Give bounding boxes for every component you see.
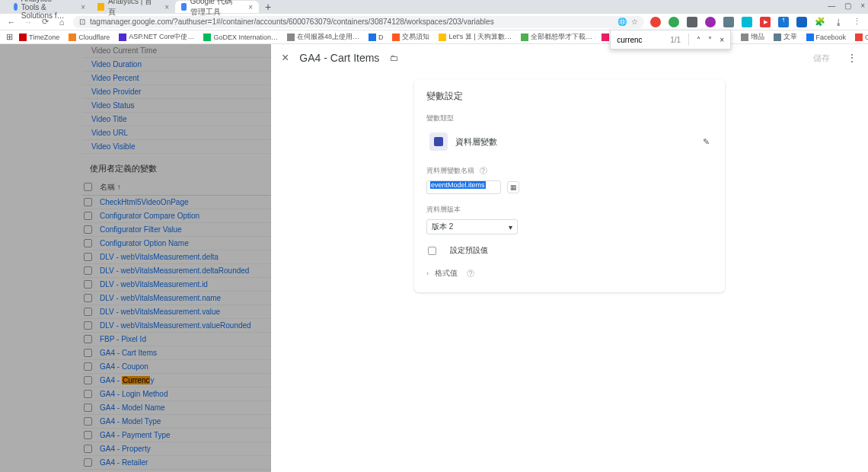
- format-label: 格式值: [435, 268, 458, 279]
- variable-type-row[interactable]: 資料層變數 ✎: [426, 128, 713, 155]
- variable-editor-panel: × GA4 - Cart Items 🗀 儲存 ⋮ 變數設定 變數類型 資料層變…: [271, 44, 868, 472]
- browser-tab-strip: Analytics Tools & Solutions f… × Analyti…: [0, 0, 868, 14]
- find-close-icon[interactable]: ×: [720, 36, 724, 44]
- field-label: 資料層版本: [426, 205, 713, 215]
- tab-label: Analytics | 首頁: [108, 0, 155, 18]
- variable-config-card: 變數設定 變數類型 資料層變數 ✎ 資料層變數名稱 ? eventModel.i…: [414, 79, 725, 292]
- ext-icon[interactable]: [705, 17, 716, 27]
- ext-icon[interactable]: [650, 17, 661, 27]
- save-button[interactable]: 儲存: [806, 49, 838, 67]
- field-label: 變數類型: [426, 113, 713, 123]
- ext-icon[interactable]: ९: [778, 17, 789, 27]
- ext-icon[interactable]: ▶: [760, 17, 771, 27]
- help-icon[interactable]: ?: [467, 269, 474, 277]
- panel-header: × GA4 - Cart Items 🗀 儲存 ⋮: [271, 44, 868, 72]
- find-in-page-bar: 1/1 ˄ ˅ ×: [610, 30, 731, 49]
- favicon: [97, 3, 104, 11]
- close-window-icon[interactable]: ×: [860, 2, 865, 10]
- page-content: Video Current Time Video Duration Video …: [0, 44, 868, 472]
- close-icon[interactable]: ×: [282, 51, 289, 65]
- find-prev-icon[interactable]: ˄: [697, 36, 700, 44]
- translate-icon[interactable]: 🌐: [617, 18, 627, 26]
- datalayer-icon: [429, 132, 448, 151]
- bookmark[interactable]: 增品: [738, 32, 767, 42]
- extensions-icon[interactable]: 🧩: [815, 17, 825, 27]
- close-icon[interactable]: ×: [248, 3, 253, 11]
- ext-icon[interactable]: [742, 17, 752, 27]
- favicon: [14, 3, 18, 11]
- url-text: tagmanager.google.com/?authuser=1#/conta…: [90, 18, 613, 26]
- bookmark[interactable]: Let's 算 | 天狗算數…: [436, 32, 515, 42]
- bookmark[interactable]: D: [365, 33, 387, 41]
- chevron-down-icon: ▾: [509, 223, 512, 231]
- find-input[interactable]: [617, 36, 662, 44]
- minimize-icon[interactable]: —: [828, 2, 835, 10]
- edit-icon[interactable]: ✎: [703, 137, 710, 147]
- close-icon[interactable]: ×: [164, 3, 169, 11]
- ext-icon[interactable]: [669, 17, 679, 27]
- browser-tab-active[interactable]: Google 代碼管理工具 ×: [175, 1, 259, 13]
- format-value-row[interactable]: › 格式值 ?: [426, 268, 713, 279]
- new-tab-button[interactable]: +: [259, 1, 277, 13]
- ext-icon[interactable]: [723, 17, 734, 27]
- maximize-icon[interactable]: ▢: [844, 2, 851, 10]
- dlv-name-input[interactable]: eventModel.items: [426, 180, 501, 194]
- bookmark[interactable]: Facebook: [803, 33, 850, 41]
- bookmark[interactable]: ASP.NET Core中使…: [116, 32, 197, 42]
- folder-icon[interactable]: 🗀: [390, 53, 398, 62]
- site-info-icon[interactable]: ⊡: [79, 18, 85, 26]
- dlv-version-select[interactable]: 版本 2 ▾: [426, 219, 518, 234]
- apps-icon[interactable]: ⊞: [6, 32, 13, 43]
- browser-tab[interactable]: Analytics | 首頁 ×: [91, 1, 175, 13]
- select-value: 版本 2: [432, 222, 453, 232]
- bookmark[interactable]: 文章: [771, 32, 800, 42]
- card-title: 變數設定: [426, 90, 713, 103]
- kebab-menu-icon[interactable]: ⋮: [847, 52, 857, 64]
- bookmark[interactable]: 全部都想學才下載…: [518, 32, 595, 42]
- bookmarks-bar: ⊞ TimeZone Cloudflare ASP.NET Core中使… Go…: [0, 30, 868, 44]
- favicon: [181, 3, 187, 11]
- default-value-checkbox-row[interactable]: 設定預設值: [426, 245, 713, 256]
- ext-icon[interactable]: [687, 17, 697, 27]
- find-next-icon[interactable]: ˅: [708, 36, 712, 44]
- find-count: 1/1: [670, 36, 681, 44]
- star-icon[interactable]: ☆: [631, 18, 638, 26]
- help-icon[interactable]: ?: [480, 167, 487, 174]
- bookmark[interactable]: 交易須知: [389, 32, 432, 42]
- downloads-icon[interactable]: ⭳: [833, 17, 844, 27]
- bookmark[interactable]: GoDEX Internation…: [200, 33, 281, 41]
- window-controls: — ▢ ×: [828, 2, 865, 10]
- bookmark[interactable]: Cloudflare: [65, 33, 113, 41]
- chevron-right-icon: ›: [426, 269, 429, 277]
- browser-tab[interactable]: Analytics Tools & Solutions f… ×: [8, 1, 91, 13]
- field-label: 資料層變數名稱 ?: [426, 166, 713, 176]
- bookmark[interactable]: 在伺服器48上使用…: [284, 32, 362, 42]
- bookmark[interactable]: TimeZone: [16, 33, 62, 41]
- variable-type-name: 資料層變數: [455, 136, 497, 148]
- forward-icon[interactable]: →: [23, 17, 34, 27]
- checkbox[interactable]: [428, 247, 436, 255]
- back-icon[interactable]: ←: [6, 17, 17, 27]
- ext-icon[interactable]: [796, 17, 807, 27]
- address-bar[interactable]: ⊡ tagmanager.google.com/?authuser=1#/con…: [73, 16, 644, 28]
- insert-variable-icon[interactable]: ▦: [507, 181, 519, 193]
- close-icon[interactable]: ×: [81, 3, 85, 11]
- panel-title[interactable]: GA4 - Cart Items: [299, 52, 379, 64]
- bookmark[interactable]: Gmail: [852, 33, 868, 41]
- menu-icon[interactable]: ⋮: [851, 17, 862, 27]
- tab-label: Google 代碼管理工具: [190, 0, 238, 18]
- checkbox-label: 設定預設值: [450, 245, 488, 256]
- extension-icons: ▶ ९ 🧩 ⭳ ⋮: [650, 17, 862, 27]
